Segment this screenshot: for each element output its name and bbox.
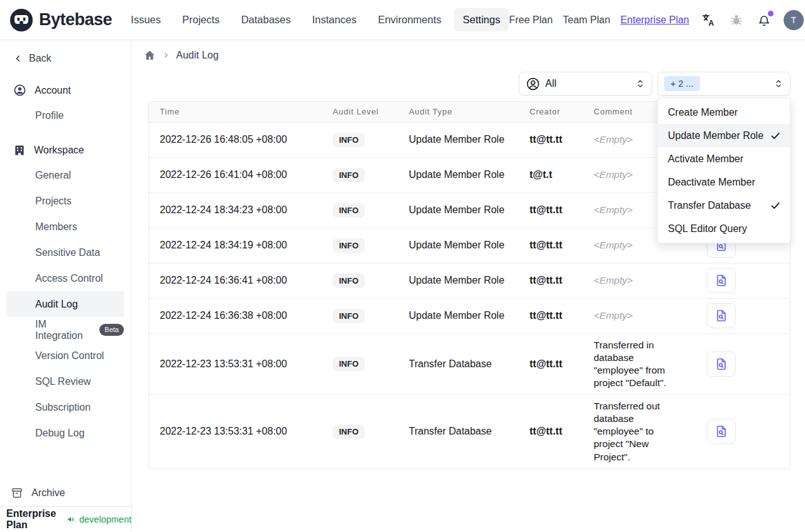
menu-item-label: SQL Editor Query — [668, 223, 747, 235]
sidebar-item[interactable]: Debug Log — [6, 420, 124, 446]
menu-item-label: Update Member Role — [668, 130, 763, 141]
sidebar-item[interactable]: Audit Log — [6, 291, 124, 317]
column-header-time: Time — [149, 102, 322, 122]
settings-sidebar: Back Account Profile — [0, 40, 132, 532]
nav-item[interactable]: Issues — [122, 8, 170, 31]
audit-type-dropdown-menu: Create Member Update Member Role Activat… — [657, 97, 791, 243]
type-cell: Update Member Role — [398, 263, 519, 298]
workspace-section: Workspace General Projects Members Sensi… — [0, 138, 131, 446]
home-icon[interactable] — [143, 49, 156, 62]
sidebar-item[interactable]: IM Integration Beta — [6, 317, 124, 343]
creator-filter-value: All — [545, 78, 557, 89]
level-cell: INFO — [322, 122, 398, 157]
time-cell: 2022-12-24 16:36:38 +08:00 — [149, 298, 322, 333]
breadcrumb-current: Audit Log — [176, 50, 219, 61]
column-header-creator: Creator — [519, 102, 583, 122]
speaker-icon — [67, 514, 75, 525]
nav-item[interactable]: Environments — [369, 8, 450, 31]
type-cell: Transfer Database — [398, 333, 519, 395]
view-payload-button[interactable] — [707, 268, 736, 293]
sidebar-item[interactable]: SQL Review — [6, 369, 124, 394]
plan-link[interactable]: Free Plan — [509, 14, 552, 26]
time-cell: 2022-12-24 16:36:41 +08:00 — [149, 263, 322, 298]
level-cell: INFO — [322, 228, 398, 263]
nav-item[interactable]: Settings — [454, 8, 509, 31]
check-icon — [770, 200, 781, 211]
audit-type-filter-select[interactable]: + 2 ... — [657, 72, 791, 96]
menu-item[interactable]: Activate Member — [658, 147, 790, 170]
archive-button[interactable]: Archive — [0, 480, 131, 506]
sidebar-item[interactable]: Sensitive Data — [6, 240, 124, 265]
menu-item[interactable]: Create Member — [658, 101, 790, 124]
sidebar-item-label: Subscription — [35, 402, 91, 413]
translate-icon[interactable]: A — [701, 12, 717, 28]
nav-item[interactable]: Projects — [174, 8, 229, 31]
sidebar-item-label: Members — [35, 221, 77, 233]
payload-cell — [684, 298, 790, 333]
creator-cell: tt@tt.tt — [519, 228, 583, 263]
file-search-icon — [714, 357, 728, 371]
archive-label: Archive — [31, 487, 65, 499]
creator-cell: tt@tt.tt — [519, 263, 583, 298]
sidebar-item-label: Version Control — [35, 350, 104, 362]
workspace-section-header: Workspace — [0, 138, 131, 162]
sidebar-item[interactable]: Subscription — [6, 394, 124, 420]
payload-cell — [684, 333, 790, 395]
account-section-header: Account — [0, 78, 131, 103]
avatar[interactable]: T — [784, 10, 804, 30]
type-cell: Update Member Role — [398, 298, 519, 333]
plan-link[interactable]: Enterprise Plan — [620, 14, 689, 26]
creator-filter-select[interactable]: All — [519, 72, 652, 96]
brand-name: Bytebase — [39, 10, 112, 30]
time-cell: 2022-12-26 16:41:04 +08:00 — [149, 157, 322, 192]
plan-links: Free PlanTeam PlanEnterprise Plan — [509, 14, 689, 26]
menu-item-label: Activate Member — [668, 153, 743, 165]
plan-link[interactable]: Team Plan — [563, 14, 611, 26]
level-cell: INFO — [322, 263, 398, 298]
creator-cell: tt@tt.tt — [519, 122, 583, 157]
time-cell: 2022-12-26 16:48:05 +08:00 — [149, 122, 322, 157]
menu-item-label: Deactivate Member — [668, 177, 755, 188]
type-cell: Transfer Database — [398, 395, 519, 468]
sidebar-item[interactable]: Access Control — [6, 265, 124, 291]
bytebase-logo-icon — [9, 8, 34, 33]
back-button[interactable]: Back — [0, 40, 131, 68]
sidebar-item[interactable]: General — [6, 162, 124, 188]
chevron-right-icon — [162, 52, 170, 59]
audit-type-filter-value: + 2 ... — [664, 76, 700, 91]
view-payload-button[interactable] — [707, 303, 736, 328]
level-cell: INFO — [322, 333, 398, 395]
column-header-level: Audit Level — [322, 102, 398, 122]
sidebar-item[interactable]: Members — [6, 214, 124, 240]
chevron-left-icon — [14, 54, 23, 63]
menu-item[interactable]: SQL Editor Query — [658, 217, 790, 240]
sidebar-item[interactable]: Version Control — [6, 343, 124, 369]
level-badge: INFO — [333, 309, 365, 323]
comment-cell: <Empty> — [583, 298, 684, 333]
sidebar-item-label: Sensitive Data — [35, 247, 100, 258]
time-cell: 2022-12-24 18:34:23 +08:00 — [149, 192, 322, 228]
creator-cell: tt@tt.tt — [519, 333, 583, 395]
time-cell: 2022-12-23 13:53:31 +08:00 — [149, 333, 322, 395]
view-payload-button[interactable] — [707, 419, 736, 444]
menu-item[interactable]: Update Member Role — [658, 124, 790, 147]
bug-icon[interactable] — [728, 12, 745, 28]
column-header-type: Audit Type — [398, 102, 519, 122]
menu-item-label: Create Member — [668, 107, 738, 118]
level-badge: INFO — [333, 274, 365, 288]
comment-cell: Transferred in database "employee" from … — [583, 333, 684, 395]
view-payload-button[interactable] — [707, 352, 736, 377]
breadcrumb: Audit Log — [132, 40, 805, 65]
account-title: Account — [35, 85, 71, 96]
nav-item[interactable]: Instances — [303, 8, 365, 31]
workspace-title: Workspace — [34, 145, 84, 156]
sidebar-item[interactable]: Projects — [6, 188, 124, 214]
menu-item[interactable]: Deactivate Member — [658, 170, 790, 194]
sidebar-item-label: Debug Log — [35, 428, 84, 439]
sidebar-footer: Archive Enterprise Plan development — [0, 480, 131, 532]
nav-item[interactable]: Databases — [232, 8, 299, 31]
bytebase-logo[interactable]: Bytebase — [9, 8, 112, 33]
sidebar-item[interactable]: Profile — [6, 103, 124, 128]
notifications-bell-icon[interactable] — [756, 12, 772, 28]
menu-item[interactable]: Transfer Database — [658, 194, 790, 217]
